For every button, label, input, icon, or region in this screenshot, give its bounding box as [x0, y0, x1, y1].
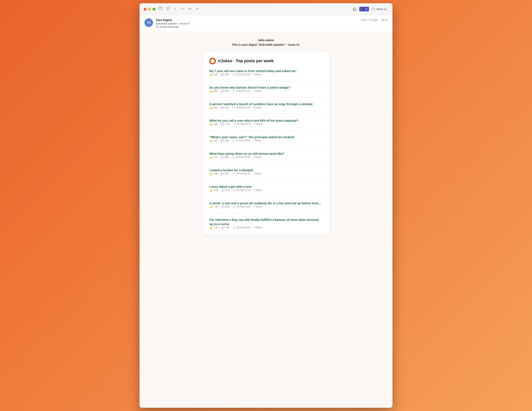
post-title[interactable]: For Valentine's Day, my wife finally ful…	[209, 218, 319, 226]
mark-icon[interactable]	[173, 7, 177, 11]
upvote-count: 15K	[213, 90, 218, 92]
comment-icon: 💬	[220, 123, 224, 126]
post-date: 18 Feb 03:42	[236, 172, 250, 175]
share-link[interactable]: ⤴ Share	[253, 73, 261, 76]
comment-count: 230	[225, 139, 229, 142]
email-subtitle: This is your digest "Subreddit updates" …	[144, 42, 388, 47]
post-title[interactable]: My 7 year old son came in from school to…	[209, 69, 297, 73]
sender-subject: Subreddit updates - Issue #1	[156, 22, 190, 25]
trash-icon[interactable]	[166, 7, 170, 11]
upvote-count: 7.4K	[213, 226, 218, 229]
comment-count: 330	[225, 73, 229, 76]
sender-info: TD Taco Digest Subreddit updates - Issue…	[144, 18, 190, 28]
clock-icon: 🕐	[233, 123, 236, 126]
svg-rect-0	[159, 7, 162, 8]
share-link[interactable]: ⤴ Share	[253, 90, 261, 92]
share-link[interactable]: ⤴ Share	[253, 139, 261, 142]
email-time: 18:18	[381, 18, 388, 21]
share-icon: ⤴	[253, 73, 254, 76]
move-to-label: Move to...	[377, 8, 388, 11]
share-label: Share	[255, 106, 261, 109]
inbox-label: Inbox - Google	[361, 18, 378, 21]
post-meta: 👍 9.4K 💬 170 🕐 18 Feb 17:05 ⤴ Share	[209, 189, 323, 192]
post-item: My 7 year old son came in from school to…	[209, 69, 323, 81]
email-meta: Inbox - Google 18:18	[361, 18, 388, 21]
post-title[interactable]: I asked a hooker for a blowjob	[209, 168, 253, 172]
post-title[interactable]: A pervert watched a bunch of numbers hav…	[209, 102, 313, 106]
thumbsup-icon: 👍	[209, 139, 213, 142]
post-title[interactable]: Do you know why batman doesn't have a po…	[209, 86, 290, 89]
thumbsup-icon: 👍	[209, 226, 213, 229]
post-item: For Valentine's Day, my wife finally ful…	[209, 218, 323, 229]
post-meta: 👍 12K 💬 230 🕐 21 Feb 23:59 ⤴ Share	[209, 139, 323, 142]
share-link[interactable]: ⤴ Share	[254, 123, 262, 125]
date: 🕐 18 Feb 17:05	[232, 189, 251, 192]
post-meta: 👍 22K 💬 330 🕐 21 Feb 13:20 ⤴ Share	[209, 73, 323, 76]
upvote-count: 12K	[213, 139, 218, 142]
upvote-count: 14K	[213, 106, 218, 109]
post-title[interactable]: I once dated a girl with a twin	[209, 185, 252, 188]
post-title[interactable]: What does going down on an old woman tas…	[209, 152, 284, 155]
share-link[interactable]: ⤴ Share	[253, 106, 261, 109]
upvotes: 👍 14K	[209, 106, 218, 109]
email-body: Hello admin This is your digest "Subredd…	[140, 32, 392, 408]
reply-all-icon[interactable]	[188, 7, 192, 11]
reply-icon[interactable]	[181, 7, 184, 11]
share-icon: ⤴	[254, 123, 255, 125]
post-meta: 👍 13K 💬 1.7K 🕐 20 Feb 18:14 ⤴ Share	[209, 123, 323, 126]
clock-icon: 🕐	[231, 73, 235, 76]
share-link[interactable]: ⤴ Share	[253, 172, 261, 175]
comment-count: 510	[225, 205, 229, 208]
share-link[interactable]: ⤴ Share	[254, 205, 262, 208]
date: 🕐 16 Feb 00:47	[232, 226, 251, 229]
print-icon[interactable]	[353, 7, 356, 11]
maximize-button[interactable]	[152, 8, 155, 11]
comments: 💬 560	[220, 90, 229, 93]
comments: 💬 510	[221, 205, 229, 208]
title-bar: 🏴 ▾ Move to...	[140, 3, 392, 15]
minimize-button[interactable]	[148, 8, 151, 11]
forward-icon[interactable]	[195, 7, 199, 11]
clock-icon: 🕐	[232, 205, 236, 208]
share-link[interactable]: ⤴ Share	[254, 226, 262, 229]
thumbsup-icon: 👍	[209, 73, 213, 76]
post-date: 21 Feb 13:20	[236, 73, 250, 76]
post-meta: 👍 15K 💬 560 🕐 18 Feb 07:03 ⤴ Share	[209, 90, 323, 93]
share-icon: ⤴	[254, 226, 255, 229]
share-icon: ⤴	[253, 106, 254, 109]
post-meta: 👍 11K 💬 600 🕐 20 Feb 01:55 ⤴ Share	[209, 156, 323, 159]
thumbsup-icon: 👍	[209, 90, 213, 93]
thumbsup-icon: 👍	[209, 172, 213, 175]
upvotes: 👍 9.4K	[209, 189, 218, 192]
post-date: 16 Feb 23:01	[237, 205, 251, 208]
upvotes: 👍 13K	[209, 123, 218, 126]
comments: 💬 230	[220, 139, 229, 142]
comment-count: 560	[225, 90, 229, 92]
date: 🕐 18 Feb 03:42	[231, 172, 250, 175]
post-title[interactable]: What do you call a man who's lost 95% of…	[209, 119, 298, 122]
upvotes: 👍 7.9K	[209, 205, 218, 208]
flag-button[interactable]: 🏴 ▾	[359, 7, 369, 11]
archive-icon[interactable]	[159, 7, 162, 11]
sender-to: To: Dmitrii Pashutskii	[156, 26, 190, 28]
clock-icon: 🕐	[231, 172, 235, 175]
clock-icon: 🕐	[231, 90, 235, 93]
share-link[interactable]: ⤴ Share	[254, 189, 262, 192]
upvotes: 👍 22K	[209, 73, 218, 76]
subreddit-title: r/Jokes - Top posts per week	[218, 58, 274, 63]
comments: 💬 330	[220, 73, 229, 76]
subreddit-header: r/Jokes - Top posts per week	[209, 58, 323, 64]
post-item: "What's your name, son?" The principal a…	[209, 135, 323, 147]
upvote-count: 13K	[213, 123, 218, 125]
comment-count: 1.7K	[225, 123, 230, 125]
post-title[interactable]: "What's your name, son?" The principal a…	[209, 135, 295, 139]
comments: 💬 250	[220, 106, 229, 109]
post-list: My 7 year old son came in from school to…	[209, 69, 323, 229]
move-to-button[interactable]: Move to...	[372, 8, 388, 11]
comment-count: 260	[225, 172, 229, 175]
post-title[interactable]: A monk, a nun and a priest all suddenly …	[209, 201, 321, 205]
close-button[interactable]	[144, 8, 146, 11]
share-link[interactable]: ⤴ Share	[253, 156, 261, 159]
thumbsup-icon: 👍	[209, 156, 213, 159]
reddit-card: r/Jokes - Top posts per week My 7 year o…	[203, 52, 329, 235]
